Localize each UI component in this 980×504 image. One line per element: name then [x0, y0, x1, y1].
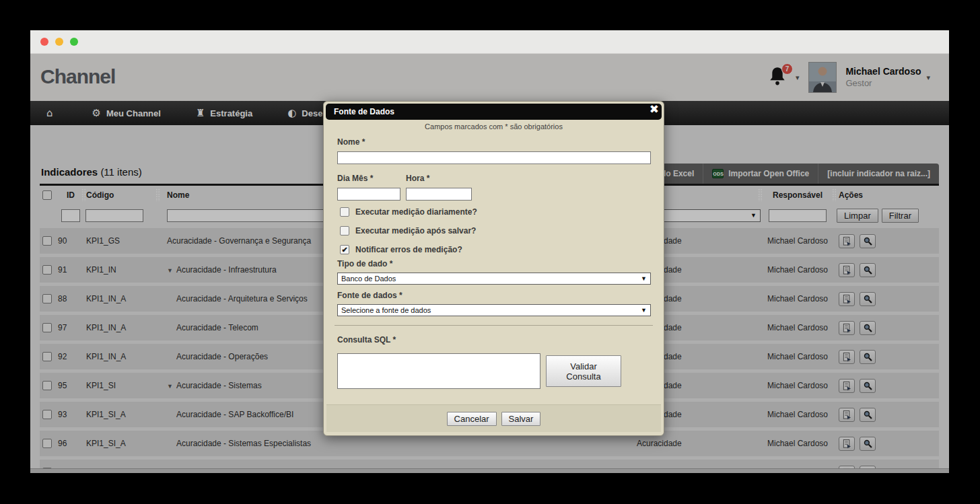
validar-consulta-button[interactable]: Validar Consulta — [546, 355, 621, 387]
dia-mes-input[interactable] — [337, 188, 400, 201]
consulta-sql-textarea[interactable] — [337, 353, 540, 389]
hora-input[interactable] — [406, 188, 472, 201]
checkbox-label: Executar medição após salvar? — [355, 226, 476, 236]
chevron-down-icon: ▼ — [641, 307, 647, 314]
checkbox[interactable] — [340, 207, 349, 217]
modal-checkbox-row: Executar medição após salvar? — [340, 221, 477, 240]
modal-title: Fonte de Dados — [326, 104, 662, 120]
nome-input[interactable] — [337, 151, 651, 164]
close-window-button[interactable] — [40, 38, 48, 46]
fonte-de-dados-label: Fonte de dados * — [337, 291, 403, 300]
modal-footer: Cancelar Salvar — [326, 404, 661, 432]
nome-label: Nome * — [337, 137, 365, 147]
window-titlebar — [30, 30, 949, 54]
salvar-button[interactable]: Salvar — [501, 412, 541, 426]
tipo-de-dado-label: Tipo de dado * — [337, 259, 392, 268]
maximize-window-button[interactable] — [70, 38, 78, 46]
screen: Channel 7 ▾ — [0, 0, 980, 504]
consulta-sql-label: Consulta SQL * — [337, 335, 396, 345]
tipo-de-dado-value: Banco de Dados — [341, 275, 641, 283]
tipo-de-dado-select[interactable]: Banco de Dados ▼ — [337, 273, 651, 285]
browser-window: Channel 7 ▾ — [30, 30, 949, 473]
checkbox-label: Notificar erros de medição? — [355, 245, 462, 254]
chevron-down-icon: ▼ — [641, 275, 647, 282]
checkbox-label: Executar medição diariamente? — [355, 207, 477, 217]
fonte-de-dados-modal: Fonte de Dados ✖ Campos marcados com * s… — [323, 101, 664, 436]
modal-divider — [335, 325, 653, 326]
fonte-de-dados-value: Selecione a fonte de dados — [341, 306, 641, 314]
fonte-de-dados-select[interactable]: Selecione a fonte de dados ▼ — [337, 304, 651, 316]
dia-mes-label: Dia Mês * — [337, 174, 373, 183]
required-fields-note: Campos marcados com * são obrigatórios — [324, 122, 664, 131]
modal-checkbox-row: ✔ Notificar erros de medição? — [340, 240, 477, 259]
hora-label: Hora * — [406, 174, 429, 183]
modal-checkbox-row: Executar medição diariamente? — [340, 203, 477, 221]
minimize-window-button[interactable] — [55, 38, 63, 46]
checkbox[interactable] — [340, 226, 349, 236]
cancelar-button[interactable]: Cancelar — [447, 412, 497, 426]
close-icon[interactable]: ✖ — [650, 102, 659, 116]
checkbox[interactable]: ✔ — [340, 245, 349, 254]
modal-checkbox-group: Executar medição diariamente? Executar m… — [340, 203, 477, 259]
